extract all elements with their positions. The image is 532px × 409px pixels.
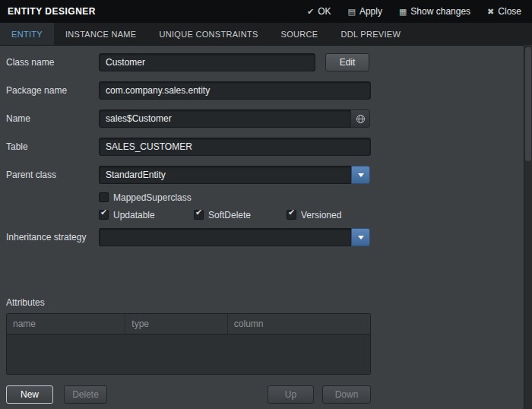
soft-delete-label[interactable]: SoftDelete — [208, 210, 251, 220]
updatable-label[interactable]: Updatable — [113, 210, 155, 220]
close-button[interactable]: ✖ Close — [487, 6, 521, 17]
edit-button-label: Edit — [340, 57, 356, 68]
versioned-label[interactable]: Versioned — [301, 210, 341, 220]
inheritance-strategy-label: Inheritance strategy — [6, 232, 86, 243]
delete-attribute-button[interactable]: Delete — [64, 385, 107, 404]
package-name-input[interactable] — [99, 81, 371, 100]
apply-icon: ▤ — [348, 8, 356, 16]
titlebar: ENTITY DESIGNER ✔ OK ▤ Apply ▦ Show chan… — [0, 0, 532, 23]
scrollbar-thumb[interactable] — [525, 47, 531, 161]
column-header-type[interactable]: type — [125, 314, 227, 334]
table-input[interactable] — [99, 138, 371, 156]
apply-button[interactable]: ▤ Apply — [348, 6, 382, 17]
mapped-superclass-checkbox[interactable] — [99, 192, 109, 202]
package-name-label: Package name — [6, 85, 67, 96]
tab-entity-label: ENTITY — [11, 30, 43, 39]
move-up-button[interactable]: Up — [268, 385, 314, 404]
show-changes-button[interactable]: ▦ Show changes — [399, 6, 470, 17]
move-down-button[interactable]: Down — [322, 385, 371, 404]
tab-source[interactable]: SOURCE — [270, 23, 330, 45]
up-button-label: Up — [285, 389, 296, 400]
close-button-label: Close — [498, 6, 521, 17]
attributes-table-header: name type column — [7, 314, 370, 334]
tab-bar: ENTITY INSTANCE NAME UNIQUE CONSTRAINTS … — [0, 23, 532, 46]
show-changes-icon: ▦ — [399, 8, 407, 16]
parent-class-value: StandardEntity — [99, 166, 351, 184]
ok-button-label: OK — [318, 6, 331, 17]
tab-unique-constraints[interactable]: UNIQUE CONSTRAINTS — [147, 23, 269, 45]
window-title: ENTITY DESIGNER — [0, 6, 96, 17]
attributes-table-body — [7, 334, 370, 374]
check-icon: ✔ — [307, 8, 314, 16]
chevron-down-icon — [358, 236, 364, 239]
edit-class-name-button[interactable]: Edit — [325, 53, 369, 71]
mapped-superclass-label[interactable]: MappedSuperclass — [113, 192, 192, 203]
scrollbar[interactable] — [524, 45, 532, 409]
show-changes-button-label: Show changes — [410, 6, 470, 17]
tab-instance-name[interactable]: INSTANCE NAME — [54, 23, 148, 45]
tab-ddl-preview[interactable]: DDL PREVIEW — [329, 23, 412, 45]
class-name-label: Class name — [6, 57, 54, 68]
inheritance-strategy-value — [99, 228, 351, 246]
localize-name-button[interactable] — [350, 109, 370, 128]
parent-class-label: Parent class — [6, 170, 56, 180]
tab-ddl-preview-label: DDL PREVIEW — [340, 30, 401, 39]
tab-entity[interactable]: ENTITY — [0, 23, 54, 45]
class-name-input[interactable] — [99, 53, 315, 71]
updatable-checkbox[interactable] — [99, 210, 109, 220]
tab-instance-name-label: INSTANCE NAME — [65, 30, 137, 39]
parent-class-dropdown-button[interactable] — [351, 166, 370, 184]
column-header-column[interactable]: column — [228, 314, 370, 334]
attributes-section-label: Attributes — [6, 297, 45, 308]
attributes-table: name type column — [6, 313, 371, 375]
name-label: Name — [6, 113, 30, 124]
down-button-label: Down — [335, 389, 359, 400]
new-attribute-button[interactable]: New — [6, 385, 53, 404]
entity-designer-window: ENTITY DESIGNER ✔ OK ▤ Apply ▦ Show chan… — [0, 0, 532, 409]
delete-button-label: Delete — [72, 389, 99, 400]
globe-icon — [356, 114, 366, 124]
soft-delete-checkbox[interactable] — [194, 210, 204, 220]
close-icon: ✖ — [487, 8, 494, 16]
table-label: Table — [6, 141, 28, 152]
column-header-name[interactable]: name — [7, 314, 125, 334]
tab-unique-constraints-label: UNIQUE CONSTRAINTS — [159, 30, 258, 39]
versioned-checkbox[interactable] — [287, 210, 296, 220]
inheritance-strategy-select[interactable] — [99, 228, 370, 246]
ok-button[interactable]: ✔ OK — [307, 6, 331, 17]
parent-class-select[interactable]: StandardEntity — [99, 166, 370, 184]
titlebar-actions: ✔ OK ▤ Apply ▦ Show changes ✖ Close — [307, 6, 532, 17]
tab-source-label: SOURCE — [281, 30, 318, 39]
inheritance-strategy-dropdown-button[interactable] — [351, 228, 370, 246]
chevron-down-icon — [358, 173, 364, 177]
name-input[interactable] — [99, 109, 351, 128]
apply-button-label: Apply — [359, 6, 382, 17]
new-button-label: New — [21, 389, 39, 400]
